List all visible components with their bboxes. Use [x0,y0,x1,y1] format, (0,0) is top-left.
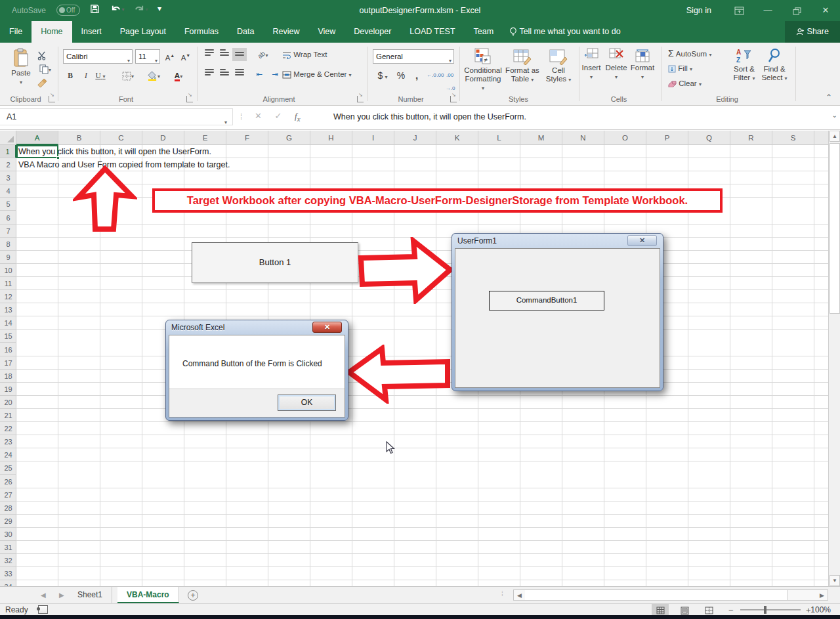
row-header-20[interactable]: 20 [0,396,16,409]
autosum-button[interactable]: Σ AutoSum ▾ [668,47,731,60]
zoom-slider-track[interactable] [740,609,801,610]
row-header-8[interactable]: 8 [0,238,16,251]
align-middle-icon[interactable] [217,48,232,61]
sheet-nav-right-icon[interactable]: ▶ [59,587,64,604]
cancel-entry-icon[interactable]: ✕ [255,111,262,121]
paste-button[interactable]: Paste▾ [7,48,35,87]
row-header-18[interactable]: 18 [0,370,16,383]
ribbon-tab-developer[interactable]: Developer [345,21,400,43]
vscroll-thumb[interactable] [830,143,840,314]
row-header-23[interactable]: 23 [0,435,16,448]
cell-styles-button[interactable]: Cell Styles ▾ [542,48,575,84]
align-bottom-icon[interactable] [232,48,247,61]
column-header-r[interactable]: R [730,131,772,145]
userform-close-button[interactable]: ✕ [627,235,657,246]
ribbon-tab-data[interactable]: Data [228,21,263,43]
confirm-entry-icon[interactable]: ✓ [275,111,282,121]
orientation-icon[interactable]: ab▾ [252,48,274,61]
row-header-19[interactable]: 19 [0,383,16,396]
row-header-15[interactable]: 15 [0,330,16,343]
row-header-22[interactable]: 22 [0,422,16,435]
row-header-11[interactable]: 11 [0,277,16,290]
column-header-l[interactable]: L [478,131,520,145]
msgbox-close-button[interactable]: ✕ [312,322,342,333]
fill-color-icon[interactable]: ▾ [142,69,165,82]
zoom-level[interactable]: 100% [810,605,831,614]
font-dialog-launcher-icon[interactable] [186,96,193,102]
row-header-25[interactable]: 25 [0,461,16,475]
worksheet-form-button[interactable]: Button 1 [192,242,358,283]
align-right-icon[interactable] [232,68,247,81]
page-layout-view-icon[interactable] [676,604,693,616]
sign-in-link[interactable]: Sign in [686,6,711,15]
ok-button[interactable]: OK [278,395,336,411]
row-header-33[interactable]: 33 [0,567,16,580]
decrease-decimal-icon[interactable]: .00 →.0 [442,69,458,82]
fill-button[interactable]: Fill ▾ [668,62,707,75]
sort-filter-button[interactable]: AZ Sort & Filter ▾ [730,48,759,83]
alignment-dialog-launcher-icon[interactable] [357,96,364,102]
format-painter-icon[interactable] [34,77,49,90]
increase-decimal-icon[interactable]: ←.0 .00 [427,69,442,82]
ribbon-tab-review[interactable]: Review [263,21,308,43]
column-header-o[interactable]: O [604,131,646,145]
name-box[interactable]: A1▾ [0,108,233,125]
row-header-32[interactable]: 32 [0,554,16,567]
column-header-h[interactable]: H [310,131,352,145]
row-header-21[interactable]: 21 [0,409,16,422]
collapse-ribbon-icon[interactable]: ⌃ [822,91,836,104]
userform-title-bar[interactable]: UserForm1 ✕ [452,234,663,248]
percent-style-icon[interactable]: % [394,69,408,82]
ribbon-tab-file[interactable]: File [0,21,32,43]
increase-indent-icon[interactable]: ⇥ [268,68,282,81]
column-header-s[interactable]: S [772,131,814,145]
accounting-format-icon[interactable]: $ ▾ [373,69,392,82]
row-header-17[interactable]: 17 [0,356,16,370]
column-header-i[interactable]: I [352,131,394,145]
decrease-font-icon[interactable]: A▼ [178,49,193,62]
tabbar-splitter[interactable]: ⁞ [501,590,504,597]
format-cells-button[interactable]: Format▾ [630,48,655,81]
cut-icon[interactable] [34,49,49,62]
find-select-button[interactable]: Find & Select ▾ [760,48,789,83]
format-as-table-button[interactable]: Format as Table ▾ [504,48,541,84]
align-top-icon[interactable] [202,48,217,61]
horizontal-scrollbar[interactable]: ◀ ▶ [513,589,828,601]
number-format-combo[interactable]: General▾ [373,49,454,64]
row-header-6[interactable]: 6 [0,211,16,224]
column-header-f[interactable]: F [226,131,268,145]
namebox-splitter[interactable]: ⁞ [240,112,242,121]
msgbox-title-bar[interactable]: Microsoft Excel ✕ [166,320,348,335]
column-header-b[interactable]: B [58,131,100,145]
insert-function-icon[interactable]: fx [295,111,300,121]
row-header-16[interactable]: 16 [0,343,16,356]
row-header-9[interactable]: 9 [0,251,16,264]
row-header-24[interactable]: 24 [0,448,16,461]
borders-icon[interactable]: ▾ [117,69,139,82]
column-header-a[interactable]: A [16,131,58,145]
ribbon-tab-view[interactable]: View [308,21,345,43]
comma-style-icon[interactable]: , [410,69,424,82]
clear-button[interactable]: Clear ▾ [668,77,711,90]
sheet-tab-sheet1[interactable]: Sheet1 [68,587,112,603]
row-header-27[interactable]: 27 [0,488,16,502]
share-button[interactable]: Share [785,21,840,43]
column-header-c[interactable]: C [100,131,142,145]
column-header-q[interactable]: Q [688,131,730,145]
ribbon-display-options-icon[interactable] [724,0,753,21]
italic-button[interactable]: I [79,69,93,82]
row-header-28[interactable]: 28 [0,502,16,515]
row-header-12[interactable]: 12 [0,290,16,303]
row-header-4[interactable]: 4 [0,184,16,198]
column-header-n[interactable]: N [562,131,604,145]
ribbon-tab-page-layout[interactable]: Page Layout [111,21,175,43]
minimize-icon[interactable]: — [753,0,782,21]
scroll-right-icon[interactable]: ▶ [817,591,827,600]
scroll-left-icon[interactable]: ◀ [514,591,524,600]
hscroll-thumb[interactable] [525,590,788,600]
sheet-tab-vba-macro[interactable]: VBA-Macro [117,587,179,603]
decrease-indent-icon[interactable]: ⇤ [252,68,266,81]
ribbon-tab-team[interactable]: Team [465,21,503,43]
expand-formula-bar-icon[interactable]: ⌄ [832,112,837,119]
zoom-out-icon[interactable]: − [728,605,734,615]
